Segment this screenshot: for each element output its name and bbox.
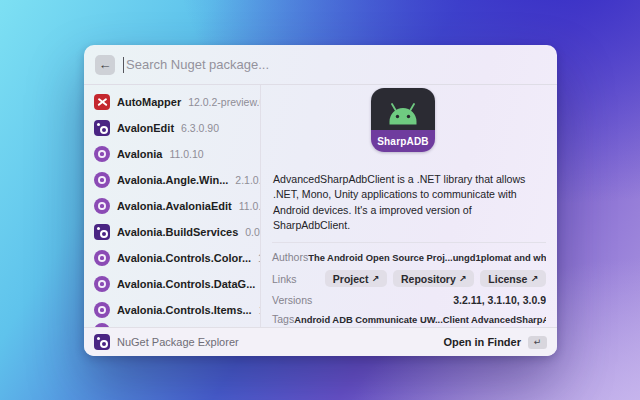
link-label: Project (333, 273, 369, 285)
package-icon (94, 224, 110, 240)
package-icon (94, 94, 110, 110)
package-version: 6.3.0.90 (181, 122, 219, 134)
package-name: Avalonia.Controls.DataG... (117, 278, 255, 290)
back-button[interactable]: ← (95, 55, 115, 75)
package-description: AdvancedSharpAdbClient is a .NET library… (273, 172, 545, 233)
package-name: Avalonia.BuildServices (117, 226, 238, 238)
search-input[interactable]: Search Nuget package... (123, 45, 546, 84)
versions-value: 3.2.11, 3.1.10, 3.0.9 (312, 294, 546, 306)
android-icon (371, 88, 435, 130)
package-name: AvalonEdit (117, 122, 174, 134)
versions-row: Versions 3.2.11, 3.1.10, 3.0.9 (272, 294, 546, 306)
package-icon (94, 172, 110, 188)
authors-row: Authors The Android Open Source Proj...u… (272, 251, 546, 263)
package-icon (94, 302, 110, 318)
tags-label: Tags (272, 313, 294, 325)
footer-bar: NuGet Package Explorer Open in Finder ↵ (84, 327, 557, 356)
package-icon (94, 276, 110, 292)
search-placeholder: Search Nuget package... (126, 57, 269, 72)
package-row[interactable]: Avalonia 11.0.10 (84, 141, 260, 167)
tags-row: Tags Android ADB Communicate UW...Client… (272, 313, 546, 325)
nuget-logo-icon (94, 334, 110, 350)
package-version: 11.0.10 (169, 148, 203, 160)
package-icon (94, 146, 110, 162)
package-version: 12.0.2-preview.0.4 (188, 96, 261, 108)
link-button[interactable]: Repository↗ (393, 270, 474, 287)
return-key-icon: ↵ (528, 336, 547, 349)
authors-label: Authors (272, 251, 308, 263)
external-link-icon: ↗ (459, 274, 467, 284)
text-caret (123, 57, 124, 73)
package-icon-label: SharpADB (371, 130, 435, 152)
package-icon (94, 198, 110, 214)
package-icon-card: SharpADB (371, 88, 435, 152)
package-version: 0.0.29 (245, 226, 261, 238)
package-name: Avalonia.AvaloniaEdit (117, 200, 232, 212)
package-name: AutoMapper (117, 96, 181, 108)
link-button[interactable]: Project↗ (325, 270, 387, 287)
link-label: License (488, 273, 527, 285)
package-detail-pane: SharpADB AdvancedSharpAdbClient is a .NE… (261, 85, 557, 327)
arrow-left-icon: ← (99, 57, 112, 72)
package-row[interactable]: Avalonia.Controls.Items... 11.0.10 (84, 297, 260, 323)
package-row[interactable]: Avalonia.Controls.Color... 11.0.10 (84, 245, 260, 271)
package-row[interactable]: Avalonia.Angle.Win... 2.1.0.202... (84, 167, 260, 193)
open-in-finder-button[interactable]: Open in Finder (443, 336, 521, 348)
package-version: 11.0.6 (239, 200, 261, 212)
package-name: Avalonia.Controls.Color... (117, 252, 251, 264)
package-row[interactable]: Avalonia.Controls.DataG... 11.0.10 (84, 271, 260, 297)
package-list: AutoMapper 12.0.2-preview.0.4 AvalonEdit… (84, 85, 261, 327)
links-label: Links (272, 273, 297, 285)
external-link-icon: ↗ (371, 274, 379, 284)
external-link-icon: ↗ (530, 274, 538, 284)
links-buttons: Project↗ Repository↗ License↗ (297, 270, 546, 287)
package-row[interactable]: Avalonia.BuildServices 0.0.29 (84, 219, 260, 245)
package-name: Avalonia (117, 148, 162, 160)
package-row[interactable]: AutoMapper 12.0.2-preview.0.4 (84, 89, 260, 115)
package-name: Avalonia.Angle.Win... (117, 174, 228, 186)
links-row: Links Project↗ Repository↗ License↗ (272, 270, 546, 287)
search-bar: ← Search Nuget package... (84, 45, 557, 85)
nuget-search-window: ← Search Nuget package... AutoMapper 12.… (84, 45, 557, 356)
package-row[interactable]: Avalonia.AvaloniaEdit 11.0.6 (84, 193, 260, 219)
link-button[interactable]: License↗ (480, 270, 546, 287)
divider (272, 242, 546, 243)
link-label: Repository (401, 273, 456, 285)
content-area: AutoMapper 12.0.2-preview.0.4 AvalonEdit… (84, 85, 557, 327)
authors-value: The Android Open Source Proj...ungd1plom… (308, 252, 546, 263)
package-version: 2.1.0.202... (235, 174, 261, 186)
package-icon (94, 323, 110, 327)
package-icon (94, 250, 110, 266)
tags-value: Android ADB Communicate UW...Client Adva… (294, 314, 546, 325)
package-row[interactable]: AvalonEdit 6.3.0.90 (84, 115, 260, 141)
app-name: NuGet Package Explorer (117, 336, 436, 348)
versions-label: Versions (272, 294, 312, 306)
package-name: Avalonia.Controls.Items... (117, 304, 252, 316)
package-icon (94, 120, 110, 136)
